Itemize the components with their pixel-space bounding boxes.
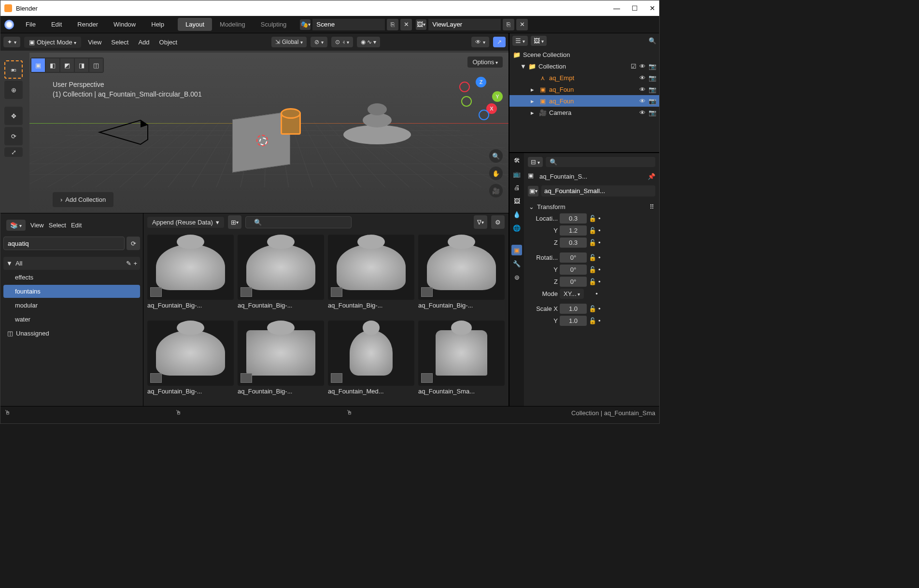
location-z-input[interactable]: 0.3 bbox=[560, 238, 587, 248]
lock-icon[interactable]: 🔓 bbox=[589, 305, 596, 312]
category-water[interactable]: water bbox=[3, 313, 140, 326]
viewport-menu-select[interactable]: Select bbox=[108, 37, 131, 48]
camera-icon[interactable]: 📷 bbox=[649, 98, 656, 105]
workspace-tab-layout[interactable]: Layout bbox=[178, 18, 212, 31]
expand-icon[interactable]: ▸ bbox=[531, 86, 537, 93]
asset-item[interactable]: aq_Fountain_Big-... bbox=[328, 235, 414, 317]
expand-icon[interactable]: ▼ bbox=[520, 63, 526, 70]
camera-icon[interactable]: 📷 bbox=[649, 63, 656, 70]
lock-icon[interactable]: 🔓 bbox=[589, 254, 596, 261]
viewlayer-name-input[interactable] bbox=[428, 19, 501, 30]
workspace-tab-modeling[interactable]: Modeling bbox=[212, 18, 253, 31]
outliner-display-mode-icon[interactable]: 🖼 bbox=[531, 36, 547, 46]
select-mode-4-icon[interactable]: ◨ bbox=[75, 58, 88, 72]
asset-item[interactable]: aq_Fountain_Big-... bbox=[147, 235, 234, 317]
rotation-mode-select[interactable]: XY... bbox=[560, 289, 584, 299]
props-tab-scene-icon[interactable]: 💧 bbox=[511, 209, 522, 220]
eye-icon[interactable]: 👁 bbox=[639, 109, 646, 116]
scale-x-input[interactable]: 1.0 bbox=[560, 304, 587, 314]
props-tab-modifiers-icon[interactable]: 🔧 bbox=[511, 258, 522, 269]
search-icon[interactable]: 🔍 bbox=[649, 37, 656, 44]
eye-icon[interactable]: 👁 bbox=[639, 86, 646, 93]
outliner-collection[interactable]: ▼ 📁 Collection ☑👁📷 bbox=[509, 60, 659, 72]
snap-toggle[interactable]: ⊙ ⫞ bbox=[331, 37, 353, 47]
scene-delete-button[interactable]: ✕ bbox=[400, 19, 412, 30]
viewport-3d[interactable]: ✦ ▣Object Mode View Select Add Object ⇲ … bbox=[0, 33, 509, 213]
animate-dot[interactable]: • bbox=[595, 290, 599, 297]
location-y-input[interactable]: 1.2 bbox=[560, 225, 587, 236]
expand-icon[interactable]: ▸ bbox=[531, 98, 537, 105]
filter-button[interactable]: ∇ bbox=[474, 215, 487, 229]
search-icon[interactable]: 🔍 bbox=[546, 157, 655, 167]
asset-menu-select[interactable]: Select bbox=[49, 222, 66, 229]
blender-logo-icon[interactable] bbox=[4, 20, 14, 29]
asset-menu-edit[interactable]: Edit bbox=[71, 222, 82, 229]
editor-type-button[interactable]: ✦ bbox=[3, 37, 20, 47]
settings-button[interactable]: ⚙ bbox=[491, 215, 505, 229]
camera-icon[interactable]: 📷 bbox=[649, 109, 656, 116]
pan-button[interactable]: ✋ bbox=[489, 167, 503, 180]
viewport-canvas[interactable] bbox=[29, 53, 509, 213]
outliner-editor-type-icon[interactable]: ☰ bbox=[512, 36, 528, 46]
category-add-icon[interactable]: + bbox=[133, 260, 137, 267]
viewport-menu-object[interactable]: Object bbox=[156, 37, 181, 48]
category-fountains[interactable]: fountains bbox=[3, 285, 140, 298]
props-tab-render-icon[interactable]: 📺 bbox=[511, 168, 522, 179]
move-tool[interactable]: ✥ bbox=[4, 107, 23, 125]
viewport-options-button[interactable]: Options bbox=[467, 56, 503, 68]
menu-render[interactable]: Render bbox=[73, 19, 102, 30]
viewport-menu-add[interactable]: Add bbox=[135, 37, 152, 48]
minimize-button[interactable]: — bbox=[613, 4, 620, 12]
menu-file[interactable]: File bbox=[22, 19, 40, 30]
outliner-scene-collection[interactable]: 📁 Scene Collection bbox=[509, 49, 659, 60]
axis-neg-x[interactable] bbox=[459, 82, 470, 92]
asset-item[interactable]: aq_Fountain_Big-... bbox=[418, 235, 505, 317]
animate-dot[interactable]: • bbox=[598, 278, 602, 285]
panel-menu-icon[interactable]: ⠿ bbox=[650, 203, 654, 210]
category-all[interactable]: ▼ All ✎ + bbox=[3, 257, 140, 270]
add-collection-button[interactable]: ›Add Collection bbox=[53, 192, 113, 207]
category-effects[interactable]: effects bbox=[3, 271, 140, 284]
checkbox-icon[interactable]: ☑ bbox=[631, 63, 636, 70]
select-mode-box-icon[interactable]: ▣ bbox=[31, 58, 45, 72]
asset-item[interactable]: aq_Fountain_Med... bbox=[328, 321, 414, 403]
gizmo-toggle[interactable]: ↗ bbox=[493, 37, 506, 47]
asset-menu-view[interactable]: View bbox=[30, 222, 44, 229]
eye-icon[interactable]: 👁 bbox=[639, 63, 646, 70]
props-tab-world-icon[interactable]: 🌐 bbox=[511, 223, 522, 233]
expand-icon[interactable]: ▸ bbox=[531, 109, 537, 116]
camera-view-button[interactable]: 🎥 bbox=[489, 184, 503, 197]
props-tab-physics-icon[interactable]: ⊚ bbox=[511, 272, 522, 282]
select-tool[interactable]: ▭▸ bbox=[4, 60, 23, 79]
library-refresh-button[interactable]: ⟳ bbox=[127, 237, 140, 250]
props-editor-type-icon[interactable]: ⊟ bbox=[528, 157, 543, 167]
select-mode-5-icon[interactable]: ◫ bbox=[89, 58, 103, 72]
lock-icon[interactable]: 🔓 bbox=[589, 317, 596, 324]
cursor-tool[interactable]: ⊕ bbox=[4, 81, 23, 99]
rotation-y-input[interactable]: 0° bbox=[560, 265, 587, 275]
orientation-select[interactable]: ⇲ Global bbox=[271, 37, 307, 47]
lock-icon[interactable]: 🔓 bbox=[589, 266, 596, 273]
category-unassigned[interactable]: ◫ Unassigned bbox=[3, 327, 140, 340]
datablock-icon[interactable]: ▣ bbox=[528, 186, 538, 196]
props-tab-object-icon[interactable]: ▣ bbox=[511, 245, 522, 255]
pivot-select[interactable]: ⊘ bbox=[311, 37, 327, 47]
asset-item[interactable]: aq_Fountain_Big-... bbox=[238, 235, 324, 317]
scale-y-input[interactable]: 1.0 bbox=[560, 316, 587, 326]
camera-object[interactable] bbox=[97, 115, 150, 149]
outliner-item[interactable]: ⋏ aq_Empt 👁📷 bbox=[509, 72, 659, 84]
viewlayer-browse-icon[interactable]: 🖼 bbox=[416, 19, 426, 30]
menu-edit[interactable]: Edit bbox=[47, 19, 66, 30]
animate-dot[interactable]: • bbox=[598, 215, 602, 222]
outliner-item[interactable]: ▸ 🎥 Camera 👁📷 bbox=[509, 107, 659, 118]
asset-search-input[interactable] bbox=[245, 216, 352, 228]
animate-dot[interactable]: • bbox=[598, 227, 602, 234]
mode-select[interactable]: ▣Object Mode bbox=[24, 37, 81, 48]
scene-name-input[interactable] bbox=[312, 19, 385, 30]
asset-item[interactable]: aq_Fountain_Big-... bbox=[147, 321, 234, 403]
viewlayer-delete-button[interactable]: ✕ bbox=[516, 19, 528, 30]
props-tab-viewlayer-icon[interactable]: 🖼 bbox=[511, 196, 522, 206]
animate-dot[interactable]: • bbox=[598, 266, 602, 273]
eye-icon[interactable]: 👁 bbox=[639, 98, 646, 105]
import-method-select[interactable]: Append (Reuse Data)▾ bbox=[147, 217, 224, 228]
